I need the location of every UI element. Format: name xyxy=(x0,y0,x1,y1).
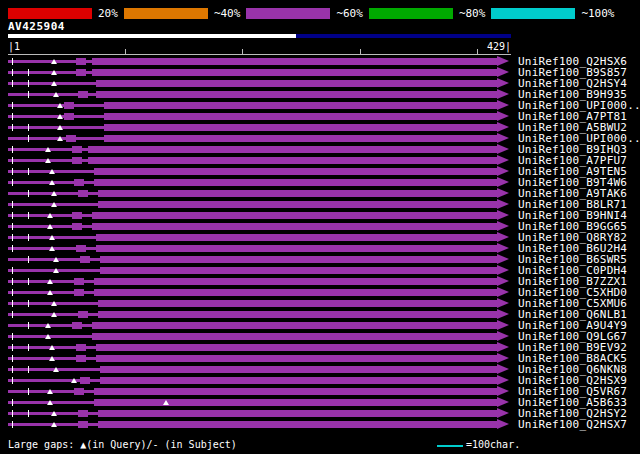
alignment-arrow-icon xyxy=(497,188,509,198)
query-gap-triangle-icon xyxy=(47,290,53,295)
subject-gap-tick-icon xyxy=(12,344,13,351)
alignment-arrow-icon xyxy=(497,397,509,407)
subject-gap-tick-icon xyxy=(12,179,13,186)
subject-gap-tick-icon xyxy=(28,91,29,98)
alignment-bar-thick xyxy=(94,168,497,175)
subject-gap-tick-icon xyxy=(12,267,13,274)
alignment-arrow-icon xyxy=(497,243,509,253)
query-gap-triangle-icon xyxy=(51,422,57,427)
subject-gap-tick-icon xyxy=(12,146,13,153)
alignment-arrow-icon xyxy=(497,78,509,88)
alignment-bar-thick xyxy=(100,267,497,274)
legend: Large gaps: ▲(in Query)/- (in Subject) =… xyxy=(8,438,638,452)
hundred-char-line-icon xyxy=(437,445,463,447)
alignment-arrow-icon xyxy=(497,111,509,121)
alignment-bar-thick xyxy=(104,113,497,120)
query-gap-triangle-icon xyxy=(53,367,59,372)
query-gap-triangle-icon xyxy=(57,125,63,130)
subject-gap-tick-icon xyxy=(12,223,13,230)
alignment-arrow-icon xyxy=(497,298,509,308)
subject-gap-tick-icon xyxy=(28,234,29,241)
query-gap-triangle-icon xyxy=(53,92,59,97)
query-gap-triangle-icon xyxy=(45,323,51,328)
query-gap-triangle-icon xyxy=(47,224,53,229)
query-gap-triangle-icon xyxy=(51,301,57,306)
ruler-tick xyxy=(125,49,126,55)
alignment-bar-block xyxy=(78,421,88,428)
alignment-bar-thick xyxy=(96,234,497,241)
subject-gap-tick-icon xyxy=(28,190,29,197)
subject-gap-tick-icon xyxy=(28,278,29,285)
query-gap-triangle-icon xyxy=(51,59,57,64)
subject-gap-tick-icon xyxy=(12,289,13,296)
alignment-arrow-icon xyxy=(497,232,509,242)
alignment-bar-thick xyxy=(92,212,497,219)
alignment-arrow-icon xyxy=(497,309,509,319)
subject-gap-tick-icon xyxy=(12,124,13,131)
query-gap-triangle-icon xyxy=(57,103,63,108)
query-gap-triangle-icon xyxy=(51,411,57,416)
subject-gap-tick-icon xyxy=(12,333,13,340)
alignment-bar-block xyxy=(76,58,86,65)
ruler-tick xyxy=(360,49,361,55)
query-gap-triangle-icon xyxy=(51,81,57,86)
alignment-bar-block xyxy=(72,212,82,219)
alignment-bar-block xyxy=(64,113,74,120)
subject-gap-tick-icon xyxy=(12,234,13,241)
alignment-bar-block xyxy=(78,410,88,417)
subject-gap-tick-icon xyxy=(12,355,13,362)
alignment-bar-block xyxy=(74,179,84,186)
alignment-bar-thick xyxy=(96,355,497,362)
subject-gap-tick-icon xyxy=(28,135,29,142)
alignment-arrow-icon xyxy=(497,67,509,77)
query-gap-triangle-icon xyxy=(57,136,63,141)
subject-gap-tick-icon xyxy=(28,366,29,373)
subject-gap-tick-icon xyxy=(12,201,13,208)
subject-gap-tick-icon xyxy=(28,256,29,263)
coordinate-ruler: |1 429| xyxy=(8,41,511,55)
query-gap-triangle-icon xyxy=(71,378,77,383)
query-gap-triangle-icon xyxy=(47,400,53,405)
query-gap-triangle-icon xyxy=(51,70,57,75)
subject-gap-tick-icon xyxy=(28,388,29,395)
alignment-bar-thick xyxy=(100,256,497,263)
alignment-bar-block xyxy=(72,157,82,164)
alignment-bar-block xyxy=(72,146,82,153)
alignment-arrow-icon xyxy=(497,287,509,297)
legend-gaps-text: Large gaps: ▲(in Query)/- (in Subject) xyxy=(8,438,237,452)
alignment-arrow-icon xyxy=(497,89,509,99)
subject-gap-tick-icon xyxy=(12,80,13,87)
query-gap-triangle-icon xyxy=(49,235,55,240)
alignment-arrow-icon xyxy=(497,386,509,396)
scale-segment xyxy=(246,8,330,19)
alignment-bar-block xyxy=(80,256,90,263)
alignment-bar-block xyxy=(80,377,90,384)
subject-gap-tick-icon xyxy=(12,278,13,285)
alignment-row[interactable]: UniRef100_Q2HSX7 xyxy=(8,419,640,430)
alignment-bar-block xyxy=(64,102,74,109)
alignment-bar-thick xyxy=(94,179,497,186)
alignment-bar-thick xyxy=(96,344,497,351)
alignment-arrow-icon xyxy=(497,254,509,264)
alignment-bar-block xyxy=(72,223,82,230)
query-gap-triangle-icon xyxy=(53,268,59,273)
scale-segment xyxy=(369,8,453,19)
query-gap-triangle-icon xyxy=(45,158,51,163)
alignment-bar-thick xyxy=(96,91,497,98)
query-bar-blue-segment xyxy=(296,34,511,38)
alignment-bar-block xyxy=(76,355,86,362)
query-gap-triangle-icon xyxy=(47,389,53,394)
subject-gap-tick-icon xyxy=(28,410,29,417)
alignment-bar-thick xyxy=(88,146,497,153)
query-gap-triangle-icon xyxy=(51,312,57,317)
alignment-bar-block xyxy=(74,278,84,285)
ruler-tick xyxy=(477,49,478,55)
alignment-bar-thick xyxy=(98,190,497,197)
alignment-arrow-icon xyxy=(497,353,509,363)
hit-label[interactable]: UniRef100_Q2HSX7 xyxy=(518,419,627,430)
alignment-arrow-icon xyxy=(497,331,509,341)
query-gap-triangle-icon xyxy=(49,180,55,185)
alignment-bar-thick xyxy=(94,289,497,296)
scale-segment-label: ~80% xyxy=(453,8,492,19)
query-gap-triangle-icon xyxy=(47,279,53,284)
